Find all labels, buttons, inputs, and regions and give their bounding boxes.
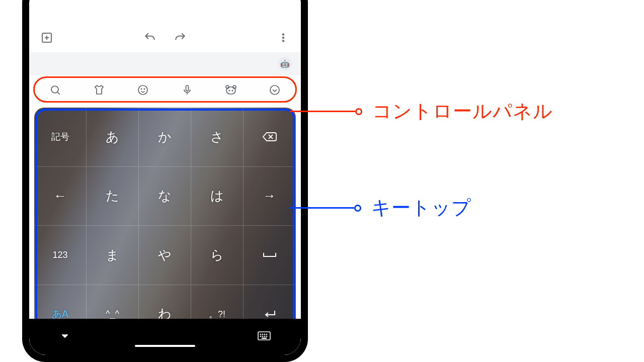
assistant-emoji: 🤖: [280, 59, 290, 68]
callout-key-top: キートップ: [290, 195, 471, 221]
svg-point-4: [282, 37, 284, 39]
shirt-icon[interactable]: [91, 82, 107, 98]
key-label: は: [210, 187, 224, 205]
svg-point-10: [144, 88, 145, 89]
svg-point-23: [262, 334, 263, 335]
android-nav-bar: [29, 319, 301, 355]
svg-point-27: [262, 336, 263, 337]
callout-label: キートップ: [371, 195, 471, 221]
key-grid: 記号 あ か さ ← た な は → 123 ま や: [34, 108, 296, 344]
key-top-area: 記号 あ か さ ← た な は → 123 ま や: [34, 108, 296, 344]
control-panel-highlight: [33, 76, 297, 103]
svg-point-16: [229, 90, 229, 90]
search-icon[interactable]: [47, 82, 63, 98]
svg-point-9: [141, 88, 142, 89]
svg-point-18: [270, 85, 279, 95]
callout-line: [290, 207, 354, 209]
key-area-wrap: 記号 あ か さ ← た な は → 123 ま や: [29, 105, 301, 355]
svg-point-5: [282, 40, 284, 42]
emoji-icon[interactable]: [135, 82, 151, 98]
phone-frame: 🤖: [22, 0, 308, 362]
key-left[interactable]: ←: [34, 167, 87, 226]
key-label: ま: [106, 246, 119, 264]
control-panel: [29, 75, 301, 105]
key-label: か: [158, 128, 172, 146]
key-ka[interactable]: か: [139, 108, 191, 167]
key-label: ^_^: [106, 309, 119, 319]
key-label: た: [106, 187, 119, 205]
svg-point-3: [282, 34, 284, 36]
key-label: ←: [54, 188, 67, 204]
callout-dot: [355, 108, 362, 115]
editor-toolbar: [29, 0, 301, 52]
key-label: →: [263, 188, 276, 204]
key-123[interactable]: 123: [34, 226, 87, 285]
key-label: 123: [52, 250, 67, 260]
chevron-down-circle-icon[interactable]: [267, 82, 283, 98]
key-na[interactable]: な: [139, 167, 191, 226]
key-label: ら: [210, 246, 224, 264]
callout-label: コントロールパネル: [372, 99, 553, 124]
callout-control-panel: コントロールパネル: [290, 99, 553, 124]
more-vert-icon[interactable]: [276, 30, 291, 45]
chevron-down-icon[interactable]: [59, 330, 70, 343]
svg-point-6: [51, 86, 58, 93]
key-ha[interactable]: は: [191, 167, 244, 226]
suggestion-bar: 🤖: [29, 52, 301, 75]
key-label: 記号: [51, 131, 69, 143]
key-label: な: [158, 187, 172, 205]
add-box-icon[interactable]: [39, 30, 54, 45]
svg-point-22: [260, 334, 261, 335]
svg-line-7: [57, 93, 60, 95]
callout-dot: [354, 205, 361, 212]
svg-point-8: [138, 85, 147, 95]
key-label: や: [158, 246, 172, 264]
phone-screen: 🤖: [29, 0, 301, 355]
key-ya[interactable]: や: [139, 226, 191, 285]
svg-point-26: [260, 336, 261, 337]
assistant-icon[interactable]: 🤖: [278, 57, 292, 71]
key-label: さ: [210, 128, 224, 146]
key-space[interactable]: [244, 226, 296, 285]
key-a[interactable]: あ: [87, 108, 139, 167]
key-ta[interactable]: た: [87, 167, 139, 226]
key-ma[interactable]: ま: [87, 226, 139, 285]
key-backspace[interactable]: [244, 108, 296, 167]
svg-point-24: [264, 334, 265, 335]
key-sa[interactable]: さ: [191, 108, 244, 167]
bear-icon[interactable]: [223, 82, 239, 98]
key-ra[interactable]: ら: [191, 226, 244, 285]
svg-point-29: [266, 336, 267, 337]
keyboard-dots-icon[interactable]: [258, 331, 271, 343]
svg-point-28: [264, 336, 265, 337]
svg-rect-11: [186, 85, 188, 91]
key-label: あ: [106, 128, 119, 146]
svg-point-17: [232, 90, 232, 90]
mic-icon[interactable]: [179, 82, 195, 98]
callout-line: [290, 111, 355, 112]
undo-icon[interactable]: [142, 30, 157, 45]
svg-rect-15: [226, 87, 235, 94]
redo-icon[interactable]: [173, 30, 188, 45]
svg-point-25: [266, 334, 267, 335]
key-symbols[interactable]: 記号: [34, 108, 87, 167]
key-right[interactable]: →: [244, 167, 296, 226]
home-indicator[interactable]: [135, 345, 195, 347]
svg-rect-30: [262, 338, 267, 339]
